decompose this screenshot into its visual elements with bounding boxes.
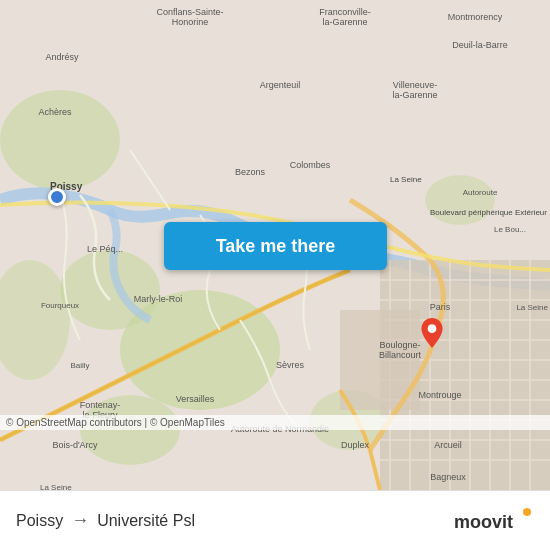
svg-text:Montmorency: Montmorency (448, 12, 503, 22)
svg-text:la-Garenne: la-Garenne (392, 90, 437, 100)
svg-text:Bagneux: Bagneux (430, 472, 466, 482)
svg-text:la-Garenne: la-Garenne (322, 17, 367, 27)
from-label: Poissy (16, 512, 63, 530)
to-label: Université Psl (97, 512, 195, 530)
arrow-icon: → (71, 510, 89, 531)
moovit-logo-svg: moovit (454, 506, 534, 536)
svg-text:Duplex: Duplex (341, 440, 370, 450)
svg-text:La Seine: La Seine (40, 483, 72, 490)
svg-text:Versailles: Versailles (176, 394, 215, 404)
svg-text:Colombes: Colombes (290, 160, 331, 170)
svg-text:Le Bou...: Le Bou... (494, 225, 526, 234)
svg-text:Paris: Paris (430, 302, 451, 312)
svg-text:Andrésy: Andrésy (45, 52, 79, 62)
svg-text:La Seine: La Seine (390, 175, 422, 184)
svg-text:Conflans-Sainte-: Conflans-Sainte- (156, 7, 223, 17)
svg-text:Argenteuil: Argenteuil (260, 80, 301, 90)
bottom-bar: Poissy → Université Psl moovit (0, 490, 550, 550)
copyright-text: © OpenStreetMap contributors | © OpenMap… (6, 417, 225, 428)
svg-point-66 (428, 324, 437, 333)
svg-text:Bailly: Bailly (70, 361, 89, 370)
svg-text:Bois-d'Arcy: Bois-d'Arcy (52, 440, 98, 450)
svg-point-6 (425, 175, 495, 225)
origin-marker (48, 188, 66, 206)
svg-text:Achères: Achères (38, 107, 72, 117)
svg-text:Deuil-la-Barre: Deuil-la-Barre (452, 40, 508, 50)
svg-text:Sèvres: Sèvres (276, 360, 305, 370)
route-info: Poissy → Université Psl (16, 510, 454, 531)
svg-text:Boulogne-: Boulogne- (379, 340, 420, 350)
destination-pin (420, 318, 444, 348)
map-container: Conflans-Sainte- Honorine Franconville- … (0, 0, 550, 490)
svg-text:Fourqueux: Fourqueux (41, 301, 79, 310)
svg-point-4 (0, 90, 120, 190)
svg-text:La Seine: La Seine (516, 303, 548, 312)
moovit-logo: moovit (454, 506, 534, 536)
svg-text:Montrouge: Montrouge (418, 390, 461, 400)
svg-text:moovit: moovit (454, 512, 513, 532)
svg-text:Billancourt: Billancourt (379, 350, 422, 360)
svg-text:Villeneuve-: Villeneuve- (393, 80, 437, 90)
svg-point-68 (523, 508, 531, 516)
svg-text:Autoroute: Autoroute (463, 188, 498, 197)
svg-text:Honorine: Honorine (172, 17, 209, 27)
svg-text:Fontenay-: Fontenay- (80, 400, 121, 410)
svg-text:Bezons: Bezons (235, 167, 266, 177)
svg-text:Arcueil: Arcueil (434, 440, 462, 450)
svg-text:Franconville-: Franconville- (319, 7, 371, 17)
svg-text:Boulevard périphérique Extérie: Boulevard périphérique Extérieur (430, 208, 547, 217)
take-me-there-button[interactable]: Take me there (164, 222, 387, 270)
svg-text:Marly-le-Roi: Marly-le-Roi (134, 294, 183, 304)
copyright-bar: © OpenStreetMap contributors | © OpenMap… (0, 415, 550, 430)
svg-text:Le Péq...: Le Péq... (87, 244, 123, 254)
